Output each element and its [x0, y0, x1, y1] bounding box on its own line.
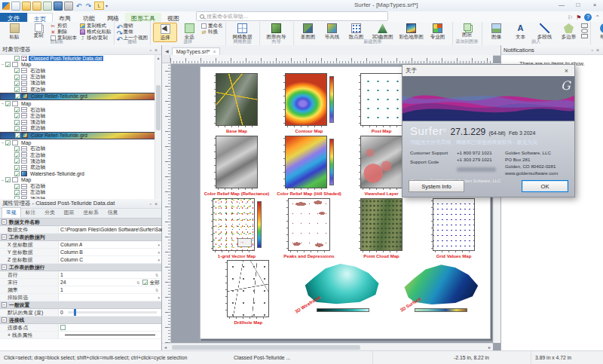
tree-expander-icon[interactable]: −	[0, 140, 5, 145]
flag-icon[interactable]: ⚑	[576, 14, 581, 21]
tree-checkbox[interactable]: ✓	[14, 113, 20, 118]
section-worksheet-columns[interactable]: −工作表的数据列	[0, 234, 161, 241]
tab-layout[interactable]: 布局	[53, 13, 77, 22]
collapse-icon[interactable]: −	[2, 234, 7, 240]
rectangle-shape-icon[interactable]	[581, 23, 588, 28]
tree-item[interactable]: − ✓ 底边轴	[0, 164, 161, 170]
ok-button[interactable]: OK	[522, 180, 568, 192]
undo-button[interactable]: ↶	[75, 2, 83, 10]
tree-checkbox[interactable]: ✓	[14, 171, 20, 176]
tree-item[interactable]: − ✓ 左边轴	[0, 151, 161, 158]
tab-features[interactable]: 功能	[77, 13, 101, 22]
tree-checkbox[interactable]: ✓	[14, 120, 20, 125]
maximize-button[interactable]: □	[570, 0, 586, 11]
tree-expander-icon[interactable]: −	[0, 178, 5, 182]
angle-input[interactable]: 0	[60, 310, 63, 315]
help-icon[interactable]: ?	[584, 14, 592, 21]
tree-item[interactable]: − ✓ Map	[0, 177, 161, 183]
z-column-select[interactable]: Column C	[60, 257, 83, 262]
dialog-title-bar[interactable]: 关于 ×	[403, 65, 574, 76]
connect-points-checkbox[interactable]	[60, 325, 66, 330]
section-connect-line[interactable]: −连接线	[0, 317, 161, 324]
map-thumbnail-cell[interactable]: Contour Map	[273, 73, 345, 133]
map-thumbnail-cell[interactable]: Point Cloud Map	[345, 198, 418, 258]
collapse-icon[interactable]: −	[2, 302, 7, 307]
frequency-input[interactable]: 1	[60, 287, 63, 292]
tree-item[interactable]: − ✓ 右边轴	[0, 145, 161, 151]
chevron-down-icon[interactable]: ▾	[158, 250, 160, 255]
spinner-icon[interactable]: ⇅	[135, 281, 141, 284]
tree-checkbox[interactable]: ✓	[5, 140, 11, 145]
canvas-horizontal-scrollbar[interactable]: ◄ ►	[162, 343, 493, 350]
rename-button[interactable]: 重命名	[201, 23, 223, 29]
tree-checkbox[interactable]: ✓	[14, 87, 20, 92]
tree-checkbox[interactable]: ✓	[15, 93, 20, 99]
spinner-icon[interactable]: ⇅	[154, 274, 160, 277]
scroll-right-icon[interactable]: ►	[486, 345, 493, 350]
scrollbar-thumb[interactable]	[156, 85, 161, 130]
line-preview[interactable]	[65, 335, 155, 335]
tab-nav-left-icon[interactable]: ◀	[162, 48, 172, 55]
tree-item[interactable]: − ✓ 右边轴	[0, 183, 161, 189]
property-tab-general[interactable]: 常规	[2, 207, 21, 218]
command-search-input[interactable]: 搜索命令或帮助...	[196, 11, 388, 21]
slider-thumb[interactable]	[74, 309, 76, 316]
tree-checkbox[interactable]: ✓	[15, 133, 20, 138]
map-thumbnail-cell[interactable]: 1-grid Vector Map	[200, 198, 273, 258]
chevron-down-icon[interactable]: ▾	[158, 243, 160, 247]
print-button[interactable]	[64, 2, 73, 11]
bell-icon[interactable]: ⚐	[568, 14, 573, 21]
x-column-select[interactable]: Column A	[60, 242, 82, 247]
qat-menu-button[interactable]: ▾	[106, 2, 108, 10]
tree-item[interactable]: − ✓ 顶边轴	[0, 196, 161, 199]
tree-item[interactable]: − ✓ 左边轴	[0, 189, 161, 195]
tab-view[interactable]: 视图	[161, 13, 185, 22]
tree-checkbox[interactable]: ✓	[14, 81, 20, 86]
scroll-up-icon[interactable]: ▲	[155, 55, 161, 61]
panel-close-icon[interactable]: ×	[595, 47, 601, 53]
section-general[interactable]: −一般设置	[0, 301, 161, 309]
paste-format-button[interactable]: 格式化粘贴	[80, 29, 112, 35]
tree-item[interactable]: − ✓ Watershed-Telluride.grd	[0, 170, 161, 176]
tree-item[interactable]: − ✓ Color Relief-Telluride.grd	[0, 132, 161, 139]
tree-item[interactable]: − ✓ Map	[0, 100, 161, 106]
redo-ribbon-button[interactable]: ↷重做	[117, 29, 148, 35]
tab-grids[interactable]: 网格	[101, 13, 125, 22]
section-data-file[interactable]: −数据文件名称	[0, 219, 161, 226]
import-button[interactable]	[32, 2, 41, 11]
tree-checkbox[interactable]: ✓	[5, 62, 11, 67]
expand-icon[interactable]: +	[8, 332, 11, 338]
property-tab-info[interactable]: 信息	[103, 207, 123, 218]
copy-button[interactable]: 复制	[26, 23, 51, 39]
tree-item[interactable]: − ✓ 底边轴	[0, 86, 161, 92]
collapse-icon[interactable]: −	[2, 219, 7, 225]
property-tab-coordsys[interactable]: 坐标系	[78, 207, 103, 218]
tree-expander-icon[interactable]: −	[0, 101, 5, 106]
property-tab-labels[interactable]: 标注	[21, 207, 41, 218]
close-button[interactable]: ×	[586, 0, 603, 11]
recent-files-button[interactable]: L	[94, 2, 104, 10]
chevron-down-icon[interactable]: ▾	[158, 258, 160, 262]
tree-checkbox[interactable]: ✓	[5, 101, 11, 106]
document-tab[interactable]: MapTypes.srf* ×	[172, 47, 221, 55]
tab-close-icon[interactable]: ×	[213, 49, 216, 54]
map-thumbnail-cell[interactable]: Color Relief Map (Reflectance)	[200, 136, 273, 196]
layer-button[interactable]: 图层	[455, 23, 479, 38]
map-thumbnail-cell[interactable]: Grid Values Map	[418, 198, 490, 258]
tree-item[interactable]: − ✓ Classed Post-Telluride Data.dat	[0, 55, 161, 61]
angle-slider[interactable]	[68, 311, 157, 314]
panel-close-icon[interactable]: ×	[153, 201, 159, 206]
tree-item[interactable]: − ✓ 顶边轴	[0, 158, 161, 164]
tree-checkbox[interactable]: ✓	[14, 107, 20, 112]
tree-scrollbar[interactable]: ▲	[155, 55, 161, 199]
tree-item[interactable]: − ✓ 底边轴	[0, 125, 161, 131]
worksheet-button[interactable]	[43, 2, 52, 11]
cut-button[interactable]: ✂剪切	[51, 23, 77, 29]
all-rows-checkbox[interactable]: ✓	[142, 280, 148, 285]
new-button[interactable]	[11, 2, 20, 11]
redo-button[interactable]: ↷	[84, 2, 93, 10]
tree-checkbox[interactable]: ✓	[14, 56, 20, 61]
tree-expander-icon[interactable]: −	[0, 62, 5, 66]
tree-item[interactable]: − ✓ 顶边轴	[0, 80, 161, 86]
section-worksheet-rows[interactable]: −工作表的数据行	[0, 264, 161, 271]
